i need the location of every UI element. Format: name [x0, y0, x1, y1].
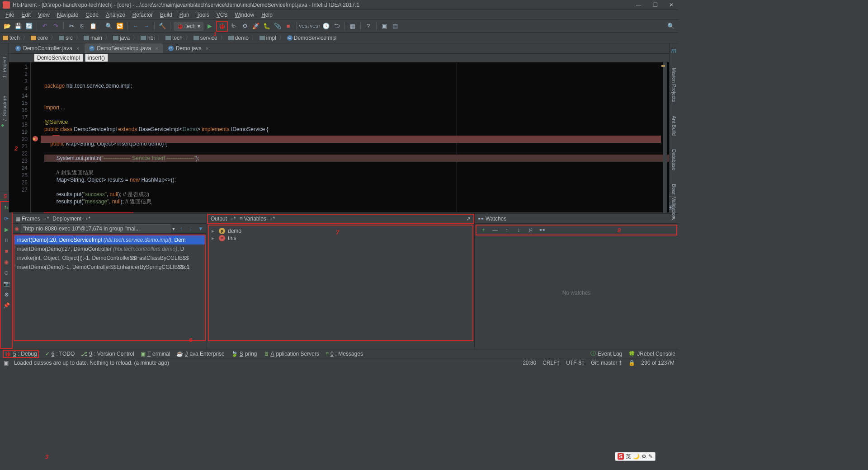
watches-tab[interactable]: 👓 Watches: [477, 216, 506, 222]
code-editor[interactable]: 12341415161718●192021222324252627 2 ● pa…: [9, 62, 669, 212]
run-icon[interactable]: ▶: [205, 22, 214, 31]
menu-run[interactable]: Run: [176, 11, 193, 19]
toolwin-0-messages[interactable]: ≡ 0: Messages: [326, 351, 363, 357]
breadcrumb-src[interactable]: src: [59, 35, 73, 41]
menu-file[interactable]: File: [2, 11, 18, 19]
dump-threads-icon[interactable]: 📷: [2, 280, 10, 288]
back-icon[interactable]: ←: [131, 22, 140, 31]
pin-icon[interactable]: 📌: [2, 301, 10, 310]
crumb-class[interactable]: DemoServiceImpl: [34, 54, 83, 62]
copy-icon[interactable]: ⎘: [78, 22, 87, 31]
vars-restore-icon[interactable]: ↗: [466, 216, 471, 222]
toolwin-event-log[interactable]: ⓘ Event Log: [590, 350, 622, 357]
next-frame-icon[interactable]: ↓: [187, 225, 195, 233]
jrebel-debug-icon[interactable]: 🐛: [262, 22, 271, 31]
paste-icon[interactable]: 📋: [89, 22, 98, 31]
search-everywhere-icon[interactable]: 🔍: [666, 22, 675, 31]
editor-tab-Demo.java[interactable]: CDemo.java×: [164, 43, 213, 53]
stack-frame[interactable]: insertDemo(Demo):-1, DemoController$$Enh…: [14, 263, 205, 272]
forward-icon[interactable]: →: [142, 22, 151, 31]
stack-frame[interactable]: insertDemo(Demo):27, DemoController (hbi…: [14, 244, 205, 254]
mute-breakpoints-icon[interactable]: ⊘: [2, 269, 10, 277]
frame-list[interactable]: insert(Demo):20, DemoServiceImpl (hbi.te…: [14, 235, 206, 341]
jrebel-run-icon[interactable]: 🚀: [251, 22, 260, 31]
lock-icon[interactable]: 🔒: [628, 360, 635, 366]
filter-frames-icon[interactable]: ▼: [197, 225, 205, 233]
toolwin-9-version-control[interactable]: ⎇ 9: Version Control: [81, 351, 134, 357]
menu-window[interactable]: Window: [231, 11, 258, 19]
history-icon[interactable]: 🕓: [321, 22, 330, 31]
breadcrumb-tech[interactable]: tech: [3, 35, 20, 41]
frames-tab[interactable]: ▦ Frames →*: [15, 216, 49, 222]
watches-body[interactable]: No watches: [475, 236, 678, 349]
git-branch[interactable]: Git: master ‡: [591, 360, 622, 366]
menu-navigate[interactable]: Navigate: [53, 11, 82, 19]
editor-tab-DemoController.java[interactable]: CDemoController.java×: [11, 43, 84, 53]
breadcrumb-demo[interactable]: demo: [228, 35, 249, 41]
run-config-selector[interactable]: 🐞tech▾: [174, 22, 203, 31]
variables-tab[interactable]: ≡ Variables →*: [240, 216, 275, 222]
attach-icon[interactable]: 📎: [273, 22, 282, 31]
misc1-icon[interactable]: ▣: [380, 22, 389, 31]
toolwin-spring[interactable]: 🍃 Spring: [231, 351, 257, 357]
breadcrumb-DemoServiceImpl[interactable]: CDemoServiceImpl: [287, 35, 337, 41]
side-tab-1-project[interactable]: 1: Project: [2, 57, 7, 78]
view-breakpoints-icon[interactable]: ◉: [2, 258, 10, 266]
menu-view[interactable]: View: [34, 11, 53, 19]
revert-icon[interactable]: ⮌: [332, 22, 341, 31]
breadcrumb-java[interactable]: java: [113, 35, 130, 41]
toolwin-java-enterprise[interactable]: ☕ Java Enterprise: [176, 351, 224, 357]
editor-scrollbar[interactable]: [663, 62, 667, 212]
misc2-icon[interactable]: ▤: [391, 22, 400, 31]
menu-build[interactable]: Build: [156, 11, 176, 19]
close-tab-icon[interactable]: ×: [206, 46, 208, 51]
breadcrumb-core[interactable]: core: [31, 35, 48, 41]
deployment-tab[interactable]: Deployment →*: [52, 216, 90, 222]
update-icon[interactable]: ⟳: [2, 215, 10, 223]
caret-position[interactable]: 20:80: [523, 360, 536, 366]
override-gutter-icon[interactable]: ●: [1, 122, 4, 128]
structure-icon[interactable]: ▦: [348, 22, 357, 31]
crumb-method[interactable]: insert(): [85, 54, 108, 62]
close-tab-icon[interactable]: ×: [76, 46, 79, 51]
line-sep[interactable]: CRLF‡: [542, 360, 560, 366]
side-tab-bean-validation[interactable]: Bean Validation: [671, 184, 677, 218]
sync-icon[interactable]: 🔄: [24, 22, 33, 31]
build-icon[interactable]: 🔨: [158, 22, 167, 31]
menu-refactor[interactable]: Refactor: [129, 11, 156, 19]
close-tab-icon[interactable]: ×: [155, 46, 158, 51]
side-tab-database[interactable]: Database: [671, 149, 677, 170]
debug-icon[interactable]: 🐞: [217, 22, 226, 31]
prev-frame-icon[interactable]: ↑: [177, 225, 185, 233]
menu-help[interactable]: Help: [258, 11, 276, 19]
side-tab-ant-build[interactable]: Ant Build: [671, 116, 677, 136]
toolwin-jrebel-console[interactable]: 🍀 JRebel Console: [628, 351, 675, 357]
vcs-commit-icon[interactable]: VCS↑: [311, 22, 320, 31]
breadcrumb-hbi[interactable]: hbi: [141, 35, 155, 41]
settings-debug-icon[interactable]: ⚙: [2, 291, 10, 299]
toolwin-application-servers[interactable]: 🖥 Application Servers: [264, 351, 319, 357]
redo-icon[interactable]: ↷: [51, 22, 60, 31]
code-body[interactable]: package hbi.tech.service.demo.impl;impor…: [41, 62, 669, 212]
breadcrumb-tech[interactable]: tech: [165, 35, 183, 41]
file-encoding[interactable]: UTF-8‡: [566, 360, 585, 366]
help-icon[interactable]: ?: [364, 22, 373, 31]
undo-icon[interactable]: ↶: [40, 22, 49, 31]
menu-analyze[interactable]: Analyze: [102, 11, 129, 19]
cut-icon[interactable]: ✂: [67, 22, 76, 31]
side-tab-7-structure[interactable]: 7: Structure: [2, 96, 7, 122]
profile-icon[interactable]: ⚙: [241, 22, 250, 31]
maven-m-icon[interactable]: m: [671, 47, 677, 54]
stack-frame[interactable]: insert(Demo):20, DemoServiceImpl (hbi.te…: [14, 235, 205, 244]
stack-frame[interactable]: invoke(int, Object, Object[]):-1, DemoCo…: [14, 254, 205, 263]
maximize-button[interactable]: ❐: [651, 2, 659, 8]
thread-selector[interactable]: "http-nio-8080-exec-10"@17,674 in group …: [21, 224, 170, 233]
vcs-update-icon[interactable]: VCS↓: [300, 22, 309, 31]
toolwin-6-todo[interactable]: ✓ 6: TODO: [45, 351, 75, 357]
save-all-icon[interactable]: 💾: [14, 22, 23, 31]
breadcrumb-impl[interactable]: impl: [259, 35, 276, 41]
menu-edit[interactable]: Edit: [18, 11, 34, 19]
toolwin-5-debug[interactable]: 🐞 5: Debug: [3, 350, 39, 358]
side-tab-maven-projects[interactable]: Maven Projects: [671, 68, 677, 102]
editor-tab-DemoServiceImpl.java[interactable]: CDemoServiceImpl.java×: [85, 43, 162, 53]
